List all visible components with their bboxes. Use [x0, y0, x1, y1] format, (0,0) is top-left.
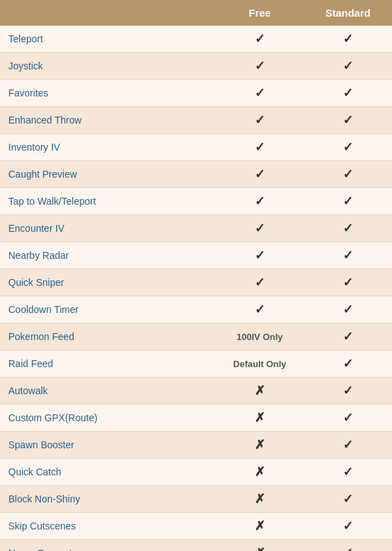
check-icon: ✓ — [255, 194, 265, 208]
check-icon: ✓ — [255, 59, 265, 73]
standard-value-cell: ✓ — [304, 378, 392, 405]
cross-icon: ✗ — [255, 519, 265, 533]
check-icon: ✓ — [343, 303, 353, 316]
check-icon: ✓ — [343, 221, 353, 235]
free-value-cell: ✓ — [216, 107, 304, 134]
free-value-cell: ✗ — [216, 459, 304, 486]
free-value-cell: ✗ — [216, 486, 304, 513]
check-icon: ✓ — [343, 140, 353, 154]
check-icon: ✓ — [343, 248, 353, 262]
check-icon: ✓ — [343, 330, 353, 344]
free-value-cell: ✓ — [216, 242, 304, 269]
check-icon: ✓ — [343, 194, 353, 208]
check-icon: ✓ — [343, 411, 353, 425]
standard-value-cell: ✓ — [304, 161, 392, 188]
feature-cell: Nearby Radar — [0, 242, 216, 269]
free-value-cell: ✓ — [216, 188, 304, 215]
feature-cell: Block Non-Shiny — [0, 486, 216, 513]
table-row: Quick Sniper✓✓ — [0, 269, 392, 296]
free-value-cell: ✓ — [216, 26, 304, 53]
table-header-row: Free Standard — [0, 0, 392, 26]
free-column-header: Free — [216, 0, 304, 26]
standard-value-cell: ✓ — [304, 513, 392, 540]
table-row: Skip Cutscenes✗✓ — [0, 513, 392, 540]
feature-cell: Cooldown Timer — [0, 296, 216, 323]
table-row: Inventory IV✓✓ — [0, 134, 392, 161]
standard-value-cell: ✓ — [304, 432, 392, 459]
table-row: Spawn Booster✗✓ — [0, 432, 392, 459]
text-value: Default Only — [233, 359, 287, 369]
standard-value-cell: ✓ — [304, 459, 392, 486]
free-value-cell: ✗ — [216, 540, 304, 552]
free-value-cell: ✗ — [216, 378, 304, 405]
check-icon: ✓ — [255, 221, 265, 235]
cross-icon: ✗ — [255, 546, 265, 551]
check-icon: ✓ — [343, 113, 353, 127]
check-icon: ✓ — [343, 357, 353, 371]
free-value-cell: ✗ — [216, 513, 304, 540]
feature-cell: Raid Feed — [0, 350, 216, 378]
free-value-cell: ✓ — [216, 80, 304, 107]
feature-cell: Name Generator — [0, 540, 216, 552]
table-row: Encounter IV✓✓ — [0, 215, 392, 242]
standard-value-cell: ✓ — [304, 26, 392, 53]
feature-cell: Pokemon Feed — [0, 323, 216, 350]
free-value-cell: ✓ — [216, 53, 304, 80]
free-value-cell: Default Only — [216, 350, 304, 378]
check-icon: ✓ — [343, 519, 353, 533]
table-row: Nearby Radar✓✓ — [0, 242, 392, 269]
check-icon: ✓ — [343, 465, 353, 479]
feature-cell: Favorites — [0, 80, 216, 107]
feature-cell: Teleport — [0, 26, 216, 53]
check-icon: ✓ — [255, 113, 265, 127]
table-row: Enhanced Throw✓✓ — [0, 107, 392, 134]
check-icon: ✓ — [255, 303, 265, 316]
standard-value-cell: ✓ — [304, 134, 392, 161]
check-icon: ✓ — [255, 86, 265, 100]
standard-column-header: Standard — [304, 0, 392, 26]
free-value-cell: 100IV Only — [216, 323, 304, 350]
cross-icon: ✗ — [255, 465, 265, 479]
free-value-cell: ✓ — [216, 134, 304, 161]
cross-icon: ✗ — [255, 492, 265, 506]
table-row: Pokemon Feed100IV Only✓ — [0, 323, 392, 350]
check-icon: ✓ — [255, 276, 265, 289]
table-row: Caught Preview✓✓ — [0, 161, 392, 188]
check-icon: ✓ — [255, 167, 265, 181]
check-icon: ✓ — [343, 276, 353, 289]
check-icon: ✓ — [343, 32, 353, 46]
standard-value-cell: ✓ — [304, 215, 392, 242]
cross-icon: ✗ — [255, 438, 265, 452]
standard-value-cell: ✓ — [304, 486, 392, 513]
standard-value-cell: ✓ — [304, 350, 392, 378]
table-row: Joystick✓✓ — [0, 53, 392, 80]
table-row: Autowalk✗✓ — [0, 378, 392, 405]
standard-value-cell: ✓ — [304, 188, 392, 215]
feature-cell: Spawn Booster — [0, 432, 216, 459]
check-icon: ✓ — [343, 546, 353, 551]
table-row: Raid FeedDefault Only✓ — [0, 350, 392, 378]
table-row: Cooldown Timer✓✓ — [0, 296, 392, 323]
standard-value-cell: ✓ — [304, 242, 392, 269]
free-value-cell: ✓ — [216, 269, 304, 296]
check-icon: ✓ — [343, 438, 353, 452]
standard-value-cell: ✓ — [304, 540, 392, 552]
standard-value-cell: ✓ — [304, 296, 392, 323]
check-icon: ✓ — [255, 140, 265, 154]
feature-cell: Joystick — [0, 53, 216, 80]
standard-value-cell: ✓ — [304, 323, 392, 350]
standard-value-cell: ✓ — [304, 53, 392, 80]
cross-icon: ✗ — [255, 411, 265, 425]
standard-value-cell: ✓ — [304, 405, 392, 432]
table-row: Teleport✓✓ — [0, 26, 392, 53]
free-value-cell: ✓ — [216, 296, 304, 323]
comparison-table: Free Standard Teleport✓✓Joystick✓✓Favori… — [0, 0, 392, 551]
table-row: Block Non-Shiny✗✓ — [0, 486, 392, 513]
free-value-cell: ✗ — [216, 405, 304, 432]
feature-cell: Quick Catch — [0, 459, 216, 486]
check-icon: ✓ — [343, 86, 353, 100]
standard-value-cell: ✓ — [304, 269, 392, 296]
free-value-cell: ✗ — [216, 432, 304, 459]
free-value-cell: ✓ — [216, 215, 304, 242]
feature-cell: Quick Sniper — [0, 269, 216, 296]
